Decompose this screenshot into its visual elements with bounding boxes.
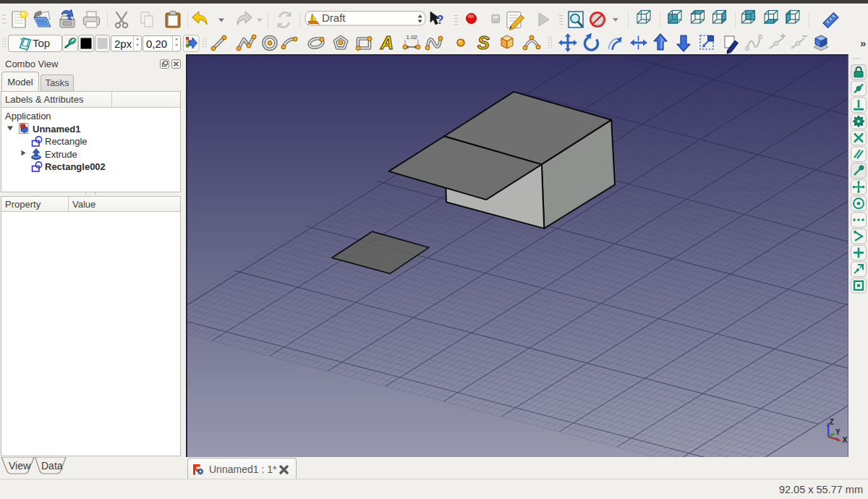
svg-text:0,20: 0,20 bbox=[146, 38, 167, 50]
svg-text:Y: Y bbox=[835, 428, 841, 436]
svg-text:?: ? bbox=[436, 13, 443, 27]
svg-text:A: A bbox=[380, 33, 393, 53]
svg-text:»: » bbox=[860, 37, 866, 49]
svg-text:1.02: 1.02 bbox=[407, 34, 418, 40]
svg-text:Draft: Draft bbox=[322, 12, 346, 24]
svg-text:2px: 2px bbox=[114, 38, 132, 50]
svg-text:X: X bbox=[843, 436, 848, 444]
svg-text:S: S bbox=[477, 33, 490, 53]
svg-text:Data: Data bbox=[41, 460, 63, 472]
svg-text:Top: Top bbox=[33, 37, 50, 49]
svg-text:View: View bbox=[9, 460, 31, 472]
svg-text:Z: Z bbox=[830, 418, 834, 426]
